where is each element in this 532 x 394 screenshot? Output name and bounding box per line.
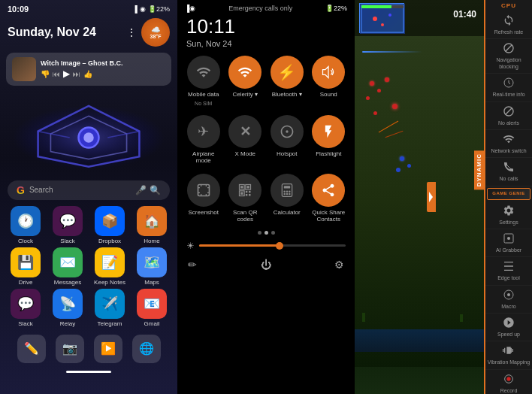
side-btn-edgetool[interactable]: Edge tool — [485, 257, 532, 285]
gmail-icon: 📧 — [137, 289, 167, 319]
temperature: 38°F — [150, 34, 162, 39]
qs-tile-quickshare[interactable]: Quick Share Contacts — [310, 174, 348, 223]
qs-tile-qr[interactable]: Scan QR codes — [227, 174, 264, 223]
ai-grabber-label: AI Grabber — [496, 247, 521, 253]
qs-tile-flashlight[interactable]: Flashlight — [310, 115, 348, 165]
qs-tile-airplane[interactable]: ✈ Airplane mode — [185, 115, 222, 165]
prev-icon[interactable]: ⏮ — [53, 70, 60, 78]
qs-tile-sound[interactable]: Sound — [310, 56, 348, 106]
mobile-data-icon — [187, 56, 220, 89]
qs-tile-xmode[interactable]: ✕ X Mode — [227, 115, 264, 165]
thumbdown-icon[interactable]: 👎 — [41, 70, 50, 78]
mobile-data-label: Mobile data — [188, 91, 219, 98]
airplane-label: Airplane mode — [185, 150, 222, 165]
thumbup-icon[interactable]: 👍 — [83, 70, 92, 78]
app-dropbox[interactable]: 📦 Dropbox — [90, 206, 129, 244]
dock-app3[interactable]: ▶️ — [94, 335, 122, 363]
xmode-icon: ✕ — [228, 115, 261, 148]
more-options-icon[interactable]: ⋮ — [126, 26, 137, 38]
slack2-icon: 💬 — [11, 289, 41, 319]
dock-app1[interactable]: ✏️ — [17, 335, 46, 363]
ai-grabber-icon — [503, 232, 515, 247]
app-slack2[interactable]: 💬 Slack — [6, 289, 45, 327]
mic-icon[interactable]: 🎤 — [135, 185, 147, 195]
next-icon[interactable]: ⏭ — [73, 70, 80, 78]
sound-icon — [312, 56, 345, 89]
side-btn-noalerts[interactable]: No alerts — [485, 102, 532, 130]
cpu-label: CPU — [485, 0, 532, 11]
search-bar[interactable]: G Search 🎤 🔍 — [8, 180, 170, 200]
qs-tile-hotspot[interactable]: Hotspot — [268, 115, 306, 165]
status-icons-panel1: ▐ ◉ 🔋22% — [133, 5, 170, 13]
signal-icon: ▐ — [133, 5, 138, 13]
messages-icon: ✉️ — [53, 247, 83, 277]
svg-point-25 — [286, 193, 289, 195]
speed-up-label: Speed up — [497, 332, 520, 338]
app-clock[interactable]: 🕐 Clock — [6, 206, 45, 244]
dock-app2[interactable]: 📷 — [56, 335, 84, 363]
app-messages[interactable]: ✉️ Messages — [48, 247, 87, 286]
dot2 — [264, 231, 268, 235]
music-widget: Witch Image – Ghost B.C. 👎 ⏮ ▶ ⏭ 👍 — [6, 53, 171, 86]
quickshare-label: Quick Share Contacts — [310, 209, 348, 223]
qs-tile-bluetooth[interactable]: ⚡ Bluetooth ▾ — [268, 56, 306, 106]
app-maps[interactable]: 🗺️ Maps — [132, 247, 171, 286]
side-btn-navblock[interactable]: Navigation blocking — [485, 39, 532, 74]
qs-tile-screenshot[interactable]: Screenshot — [185, 174, 222, 223]
svg-point-21 — [283, 190, 286, 192]
side-btn-nocalls[interactable]: No calls — [485, 158, 532, 186]
edge-tool-icon — [503, 260, 515, 274]
qs-tile-celerity[interactable]: Celerity ▾ — [227, 56, 264, 106]
game-genie-badge: GAME GENIE — [487, 188, 530, 200]
game-genie-label: GAME GENIE — [490, 191, 527, 197]
side-btn-refreshrate[interactable]: Refresh rate — [485, 11, 532, 39]
celerity-icon — [228, 56, 261, 89]
qs-tile-mobiledata[interactable]: Mobile data No SIM — [185, 56, 222, 106]
game-panel: 01:40 — [355, 0, 532, 394]
battery-icon2: 🔋22% — [325, 5, 347, 12]
edit-icon[interactable]: ✏ — [188, 259, 197, 271]
side-btn-aigrabber[interactable]: AI Grabber — [485, 229, 532, 257]
lens-icon[interactable]: 🔍 — [150, 185, 161, 195]
side-btn-vibration[interactable]: Vibration Mapping — [485, 341, 532, 369]
settings-icon[interactable]: ⚙ — [334, 259, 344, 271]
home-screen-panel: 10:09 ▐ ◉ 🔋22% Sunday, Nov 24 ⋮ ☁️ 38°F … — [0, 0, 177, 394]
brightness-slider[interactable] — [199, 244, 346, 247]
svg-point-37 — [507, 237, 510, 240]
realtime-icon — [503, 77, 515, 91]
app-drive[interactable]: 💾 Drive — [6, 247, 45, 286]
dropbox-icon: 📦 — [95, 206, 125, 236]
app-slack[interactable]: 💬 Slack — [48, 206, 87, 244]
svg-rect-20 — [284, 186, 290, 188]
app-home[interactable]: 🏠 Home — [132, 206, 171, 244]
qs-tiles-row3: Screenshot Scan QR codes Calculator Quic… — [177, 169, 355, 228]
macro-label: Macro — [501, 304, 515, 310]
home-indicator[interactable] — [66, 371, 111, 373]
date-row: Sunday, Nov 24 ⋮ ☁️ 38°F — [0, 15, 177, 50]
dot3 — [271, 231, 275, 235]
game-header: 01:40 — [355, 0, 484, 36]
play-button[interactable]: ▶ — [63, 68, 70, 79]
power-icon[interactable]: ⏻ — [261, 259, 271, 271]
side-btn-realtime[interactable]: Real-time info — [485, 74, 532, 102]
side-btn-netswitch[interactable]: Network switch — [485, 130, 532, 158]
dock-app4[interactable]: 🌐 — [132, 335, 161, 363]
side-indicator[interactable] — [427, 182, 436, 212]
app-keep[interactable]: 📝 Keep Notes — [90, 247, 129, 286]
app-telegram[interactable]: ✈️ Telegram — [90, 289, 129, 327]
qs-tile-calculator[interactable]: Calculator — [268, 174, 306, 223]
side-btn-record[interactable]: Record — [485, 370, 532, 394]
app-relay[interactable]: 📡 Relay — [48, 289, 87, 327]
svg-point-4 — [83, 132, 93, 142]
svg-rect-14 — [240, 192, 243, 194]
quick-settings-time: 10:11 — [177, 14, 355, 38]
app-gmail[interactable]: 📧 Gmail — [132, 289, 171, 327]
side-btn-speedup[interactable]: Speed up — [485, 314, 532, 341]
side-btn-macro[interactable]: Macro — [485, 286, 532, 314]
svg-rect-18 — [249, 194, 251, 196]
side-btn-settings[interactable]: Settings — [485, 202, 532, 229]
settings-label: Settings — [499, 220, 518, 226]
search-input[interactable]: Search — [29, 186, 53, 194]
quick-settings-panel: ▐◉ Emergency calls only 🔋22% 10:11 Sun, … — [177, 0, 355, 394]
bottom-controls: ✏ ⏻ ⚙ — [177, 254, 355, 275]
